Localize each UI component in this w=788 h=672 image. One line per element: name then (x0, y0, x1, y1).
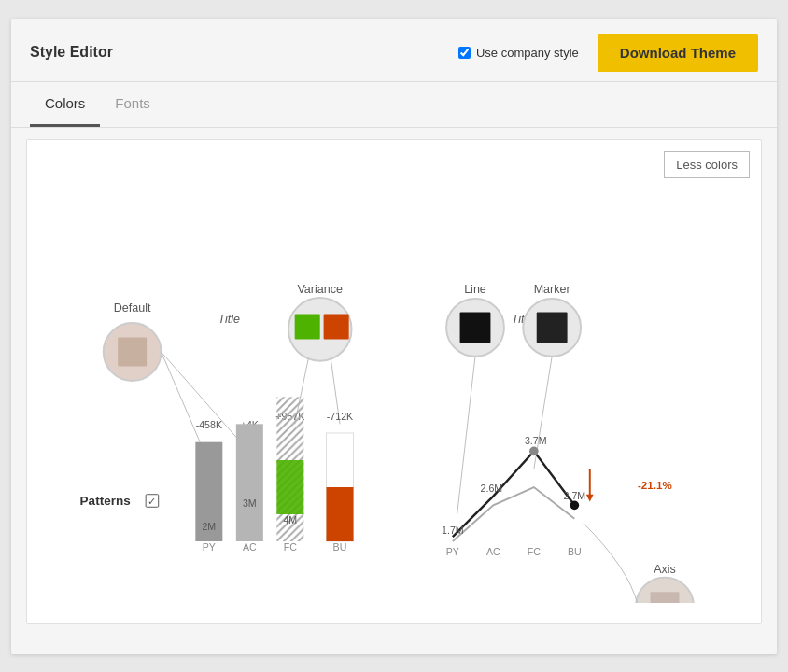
svg-text:✓: ✓ (148, 496, 156, 507)
variance-orange-swatch[interactable] (324, 314, 349, 339)
variance-label: Variance (297, 283, 343, 296)
variance-green-swatch[interactable] (295, 314, 320, 339)
svg-text:2M: 2M (202, 521, 216, 532)
svg-text:1.7M: 1.7M (442, 525, 464, 536)
chart-container: Default Title -458K PY 2M +4K AC 3M (42, 155, 746, 603)
marker-color-swatch[interactable] (537, 312, 568, 343)
default-label: Default (114, 301, 151, 314)
tab-fonts[interactable]: Fonts (100, 82, 165, 127)
svg-text:BU: BU (333, 540, 347, 552)
connector-axis (584, 523, 638, 602)
bar-bu-red (327, 487, 354, 541)
svg-text:3.7M: 3.7M (525, 434, 547, 445)
svg-text:-712K: -712K (327, 410, 353, 421)
panel-title: Style Editor (30, 44, 113, 61)
tabs-bar: Colors Fonts (11, 82, 777, 128)
svg-text:2.7M: 2.7M (564, 489, 586, 500)
use-company-style-checkbox[interactable] (458, 47, 471, 59)
svg-text:FC: FC (284, 540, 297, 552)
default-color-swatch (118, 337, 147, 366)
style-editor-panel: Style Editor Use company style Download … (11, 19, 777, 654)
point-fc (529, 446, 539, 455)
patterns-label: Patterns (80, 494, 131, 508)
download-theme-button[interactable]: Download Theme (598, 34, 758, 72)
connector-line-chart (457, 356, 475, 513)
main-chart-svg: Default Title -458K PY 2M +4K AC 3M (42, 155, 746, 603)
svg-text:AC: AC (243, 540, 257, 552)
header-right: Use company style Download Theme (458, 34, 758, 72)
line-py (453, 487, 574, 541)
connector-default-bar (162, 352, 201, 442)
line-label: Line (464, 283, 486, 296)
svg-text:BU: BU (568, 545, 582, 556)
tab-colors[interactable]: Colors (30, 82, 100, 127)
bar-chart-title: Title (218, 313, 241, 326)
line-color-swatch[interactable] (460, 312, 491, 343)
svg-text:-458K: -458K (196, 419, 222, 430)
point-bu (570, 500, 580, 510)
use-company-style-label[interactable]: Use company style (458, 46, 579, 60)
svg-text:PY: PY (446, 545, 459, 556)
pct-label: -21.1% (638, 478, 672, 490)
axis-color-swatch[interactable] (651, 592, 680, 603)
bar-fc-green (276, 460, 303, 514)
svg-text:FC: FC (528, 545, 541, 556)
svg-text:PY: PY (203, 540, 216, 552)
svg-text:3M: 3M (243, 497, 257, 509)
marker-label: Marker (534, 283, 570, 296)
axis-label: Axis (654, 562, 676, 575)
svg-text:4M: 4M (283, 513, 297, 525)
panel-header: Style Editor Use company style Download … (11, 19, 777, 82)
bar-ac (236, 424, 263, 541)
pct-arrow-head (586, 494, 594, 501)
svg-text:2.6M: 2.6M (481, 482, 503, 493)
svg-text:AC: AC (486, 545, 500, 556)
colors-content: Less colors Default Title -458K PY 2M (26, 139, 762, 624)
